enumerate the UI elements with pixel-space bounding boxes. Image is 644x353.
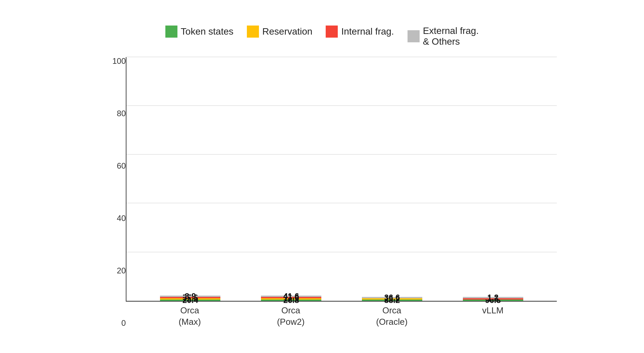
y-tick-20: 20: [117, 267, 126, 275]
y-tick-60: 60: [117, 162, 126, 170]
reservation-swatch: [247, 26, 259, 38]
bar-group-orca-max: 20.413.357.38.9: [157, 296, 224, 301]
segment-orca-max-external-frag: 8.9: [160, 296, 220, 297]
x-label-vllm: vLLM: [459, 305, 526, 328]
bars-row: 20.413.357.38.926.817.913.641.638.225.23…: [126, 57, 557, 301]
bar-orca-max: 20.413.357.38.9: [160, 296, 220, 301]
segment-vllm-external-frag: 1.2: [463, 297, 523, 298]
x-label-orca-oracle: Orca(Oracle): [358, 305, 425, 328]
legend-item-reservation: Reservation: [247, 26, 312, 38]
bar-group-orca-oracle: 38.225.236.6: [359, 297, 426, 301]
bar-orca-pow2: 26.817.913.641.6: [261, 296, 321, 301]
legend-item-external-frag: External frag.& Others: [408, 26, 479, 47]
bar-orca-oracle: 38.225.236.6: [362, 297, 422, 301]
plot-area: 20.413.357.38.926.817.913.641.638.225.23…: [126, 57, 557, 328]
token-states-label: Token states: [181, 26, 233, 37]
segment-label-orca-pow2-external-frag: 41.6: [283, 292, 299, 301]
y-tick-0: 0: [121, 319, 126, 327]
y-tick-40: 40: [117, 214, 126, 222]
bar-group-orca-pow2: 26.817.913.641.6: [258, 296, 325, 301]
segment-label-orca-max-external-frag: 8.9: [185, 292, 196, 301]
segment-label-vllm-external-frag: 1.2: [487, 293, 498, 302]
y-tick-80: 80: [117, 109, 126, 118]
legend-item-token-states: Token states: [165, 26, 233, 38]
bars-and-grid: 20.413.357.38.926.817.913.641.638.225.23…: [126, 57, 557, 302]
external-frag-swatch: [408, 30, 420, 42]
external-frag-label: External frag.& Others: [423, 26, 479, 47]
internal-frag-label: Internal frag.: [341, 26, 394, 37]
y-tick-100: 100: [112, 57, 126, 65]
segment-orca-pow2-external-frag: 41.6: [261, 296, 321, 297]
legend-item-internal-frag: Internal frag.: [326, 26, 394, 38]
chart-with-ylabel: 100806040200 20.413.357.38.926.817.913.6…: [87, 57, 557, 328]
bar-group-vllm: 96.31.51.2: [460, 297, 527, 301]
reservation-label: Reservation: [262, 26, 312, 37]
internal-frag-swatch: [326, 26, 338, 38]
token-states-swatch: [165, 26, 177, 38]
legend: Token statesReservationInternal frag.Ext…: [165, 26, 479, 47]
y-axis-ticks: 100806040200: [107, 57, 126, 328]
ylabel-wrapper: [87, 57, 107, 328]
chart-container: Token statesReservationInternal frag.Ext…: [87, 26, 557, 328]
x-label-orca-max: Orca(Max): [156, 305, 223, 328]
segment-orca-oracle-external-frag: 36.6: [362, 297, 422, 298]
x-labels: Orca(Max)Orca(Pow2)Orca(Oracle)vLLM: [126, 302, 557, 328]
bar-vllm: 96.31.51.2: [463, 297, 523, 301]
x-label-orca-pow2: Orca(Pow2): [257, 305, 324, 328]
segment-label-orca-oracle-external-frag: 36.6: [384, 293, 400, 302]
